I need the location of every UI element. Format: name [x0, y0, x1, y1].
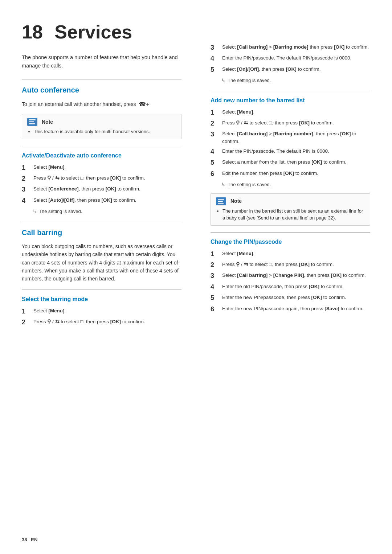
chapter-title: 18 Services — [22, 22, 181, 42]
barring-mode-step-2: 2 Press ⚲ / ⇆ to select □, then press [O… — [22, 318, 181, 327]
activate-arrow-note: The setting is saved. — [33, 208, 181, 215]
activate-step-2: 2 Press ⚲ / ⇆ to select □, then press [O… — [22, 175, 181, 183]
auto-conference-heading: Auto conference — [22, 85, 181, 95]
svg-rect-4 — [218, 201, 223, 202]
change-pin-steps: 1 Select [Menu]. 2 Press ⚲ / ⇆ to select… — [211, 250, 370, 313]
auto-conference-note-box: Note This feature is available only for … — [22, 114, 181, 139]
change-pin-step-2: 2 Press ⚲ / ⇆ to select □, then press [O… — [211, 261, 370, 269]
change-pin-step-1: 1 Select [Menu]. — [211, 250, 370, 258]
section-divider-3 — [22, 222, 181, 222]
call-barring-heading: Call barring — [22, 227, 181, 238]
change-pin-step-4: 4 Enter the old PIN/passcode, then press… — [211, 283, 370, 291]
change-pin-step-3: 3 Select [Call barring] > [Change PIN], … — [211, 272, 370, 280]
page-lang: EN — [31, 537, 37, 542]
barring-mode-steps-right: 3 Select [Call barring] > [Barring mode]… — [211, 44, 370, 74]
chapter-intro: The phone supports a number of features … — [22, 53, 181, 70]
svg-rect-2 — [29, 123, 35, 124]
add-number-note-content: The number in the barred list can still … — [216, 208, 365, 222]
add-number-step-4: 4 Enter the PIN/passcode. The default PI… — [211, 148, 370, 156]
svg-rect-1 — [29, 122, 34, 123]
note-icon — [27, 118, 37, 126]
add-number-step-2: 2 Press ⚲ / ⇆ to select □, then press [O… — [211, 119, 370, 128]
change-pin-step-5: 5 Enter the new PIN/passcode, then press… — [211, 294, 370, 302]
auto-conference-body: To join an external call with another ha… — [22, 100, 181, 109]
add-number-step-3: 3 Select [Call barring] > [Barring numbe… — [211, 130, 370, 145]
change-pin-step-6: 6 Enter the new PIN/passcode again, then… — [211, 305, 370, 313]
section-divider-4 — [22, 290, 181, 290]
change-pin-heading: Change the PIN/passcode — [211, 238, 370, 246]
add-number-step-5: 5 Select a number from the list, then pr… — [211, 159, 370, 167]
activate-section-heading: Activate/Deactivate auto conference — [22, 151, 181, 160]
section-divider-2 — [22, 146, 181, 146]
page-footer: 38 EN — [22, 536, 37, 543]
barring-mode-heading: Select the barring mode — [22, 295, 181, 304]
activate-steps-list: 1 Select [Menu]. 2 Press ⚲ / ⇆ to select… — [22, 164, 181, 205]
call-barring-body: You can block outgoing calls to numbers,… — [22, 242, 181, 283]
svg-rect-0 — [29, 119, 36, 120]
auto-conference-note-label: Note — [42, 118, 53, 126]
section-divider-5 — [211, 91, 370, 91]
add-number-heading: Add new number to the barred list — [211, 96, 370, 105]
auto-conference-note-content: This feature is available only for multi… — [27, 128, 176, 135]
barring-mode-step-4: 4 Enter the PIN/passcode. The default PI… — [211, 54, 370, 63]
svg-rect-5 — [218, 203, 224, 204]
barring-mode-steps-list: 1 Select [Menu]. 2 Press ⚲ / ⇆ to select… — [22, 307, 181, 327]
barring-mode-arrow-note: The setting is saved. — [221, 77, 370, 84]
section-divider-6 — [211, 232, 370, 233]
conference-icon: ☎+ — [139, 100, 149, 109]
note-icon-2 — [216, 197, 226, 205]
activate-step-1: 1 Select [Menu]. — [22, 164, 181, 172]
activate-step-3: 3 Select [Conference], then press [OK] t… — [22, 185, 181, 194]
add-number-note-box: Note The number in the barred list can s… — [211, 193, 370, 226]
add-number-arrow-note: The setting is saved. — [221, 181, 370, 188]
page-number: 38 — [22, 537, 27, 542]
barring-mode-step-3: 3 Select [Call barring] > [Barring mode]… — [211, 44, 370, 52]
add-number-steps: 1 Select [Menu]. 2 Press ⚲ / ⇆ to select… — [211, 108, 370, 178]
barring-mode-step-1: 1 Select [Menu]. — [22, 307, 181, 316]
add-number-step-6: 6 Edit the number, then press [OK] to co… — [211, 170, 370, 178]
add-number-step-1: 1 Select [Menu]. — [211, 108, 370, 117]
chapter-number: 18 — [22, 21, 43, 42]
svg-rect-3 — [218, 199, 224, 200]
chapter-name: Services — [54, 21, 132, 42]
activate-step-4: 4 Select [Auto]/[Off], then press [OK] t… — [22, 197, 181, 205]
add-number-note-label: Note — [230, 197, 242, 205]
section-divider-1 — [22, 79, 181, 79]
barring-mode-step-5: 5 Select [On]/[Off], then press [OK] to … — [211, 66, 370, 74]
